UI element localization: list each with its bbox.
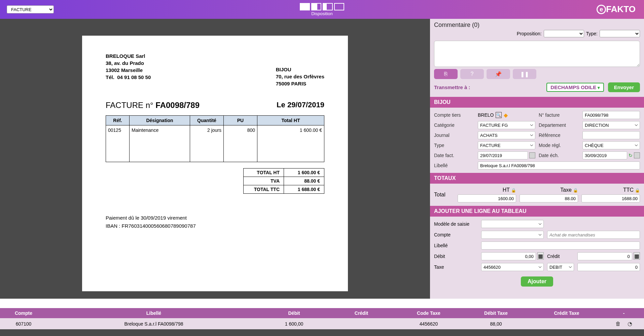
send-button[interactable]: Envoyer	[608, 82, 640, 92]
compte-tiers-label: Compte tiers	[434, 112, 474, 118]
layout-4-icon[interactable]	[334, 3, 344, 10]
document-type-select[interactable]: FACTURE	[7, 5, 54, 13]
disposition-label: Disposition	[300, 11, 344, 16]
num-facture-input[interactable]	[582, 111, 640, 119]
col-actions: -	[604, 308, 644, 318]
col-debit-taxe: Débit Taxe	[462, 308, 530, 318]
invoice-lines-table: Réf. Désignation Quantité PU Total HT 00…	[106, 115, 324, 162]
dc-select[interactable]: DEBIT	[547, 263, 574, 271]
disposition-switcher: Disposition	[300, 3, 344, 16]
proposition-select[interactable]	[544, 30, 584, 37]
col-compte: Compte	[0, 308, 47, 318]
action-help-icon[interactable]: ?	[460, 69, 484, 79]
invoice-document: BRELOQUE Sarl 38, av. du Prado 13002 Mar…	[82, 36, 348, 291]
calendar-icon[interactable]	[634, 152, 640, 158]
categorie-select[interactable]: FACTURE FG	[478, 121, 535, 129]
col-libelle: Libellé	[47, 308, 260, 318]
taxe-select[interactable]: 4456620	[481, 263, 544, 271]
col-code-taxe: Code Taxe	[395, 308, 462, 318]
departement-select[interactable]: DIRECTION	[582, 121, 640, 129]
add-button[interactable]: Ajouter	[521, 276, 553, 287]
total-ht-input[interactable]	[458, 194, 516, 202]
libelle-input[interactable]	[478, 161, 640, 170]
debit-input[interactable]	[481, 252, 536, 260]
comment-header: Commentaire (0)	[430, 19, 644, 30]
col-debit: Débit	[260, 308, 328, 318]
mode-regl-label: Mode régl.	[539, 143, 579, 148]
total-ht-label: HT🔒	[458, 187, 516, 193]
invoice-date: Le 29/07/2019	[277, 101, 324, 110]
layout-3-icon[interactable]	[323, 3, 333, 10]
reference-input[interactable]	[582, 131, 640, 139]
journal-select[interactable]: ACHATS	[478, 131, 535, 139]
compte-label: Compte	[434, 232, 478, 237]
total-taxe-label: Taxe🔒	[520, 187, 578, 193]
vendor-address: BRELOQUE Sarl 38, av. du Prado 13002 Mar…	[106, 52, 151, 87]
reference-label: Référence	[539, 133, 579, 138]
comment-type-label: Type:	[586, 31, 598, 36]
section-totaux-header: TOTAUX	[430, 173, 644, 184]
lock-icon: 🔒	[573, 188, 578, 193]
compte-desc-input[interactable]	[547, 231, 640, 239]
proposition-label: Proposition:	[517, 31, 542, 36]
section-add-header: AJOUTER UNE LIGNE AU TABLEAU	[430, 206, 644, 217]
action-pin-icon[interactable]: 📌	[487, 69, 510, 79]
date-ech-input[interactable]	[582, 151, 627, 159]
type-label: Type	[434, 143, 474, 148]
departement-label: Departement	[539, 122, 579, 128]
top-header: FACTURE Disposition eFAKTO	[0, 0, 644, 19]
comment-textarea[interactable]	[434, 41, 640, 67]
layout-2-icon[interactable]	[311, 3, 321, 10]
entries-table: Compte Libellé Débit Crédit Code Taxe Dé…	[0, 308, 644, 329]
type-select[interactable]: FACTURE	[478, 141, 535, 149]
num-facture-label: N° facture	[539, 112, 579, 118]
document-viewer: BRELOQUE Sarl 38, av. du Prado 13002 Mar…	[0, 19, 430, 299]
transmit-label: Transmettre à :	[434, 84, 470, 90]
layout-1-icon[interactable]	[300, 3, 310, 10]
taxe-label: Taxe	[434, 264, 478, 270]
col-credit: Crédit	[328, 308, 395, 318]
search-icon[interactable]: 🔍	[496, 112, 502, 118]
section-bijou-header: BIJOU	[430, 97, 644, 108]
col-credit-taxe: Crédit Taxe	[530, 308, 604, 318]
invoice-footer: Paiement dû le 30/09/2019 virement IBAN …	[106, 214, 324, 230]
refresh-icon[interactable]: ↻	[629, 153, 633, 158]
mode-regl-select[interactable]: CHÈQUE	[582, 141, 640, 149]
add-libelle-label: Libellé	[434, 243, 478, 248]
lock-icon: 🔒	[511, 188, 516, 193]
date-fact-label: Date fact.	[434, 153, 474, 158]
add-libelle-input[interactable]	[481, 241, 640, 250]
calculator-icon[interactable]: ▦	[537, 252, 544, 260]
customer-address: BIJOU 70, rue des Orfèvres 75009 PARIS	[276, 66, 324, 87]
action-export-icon[interactable]: ⎘	[434, 69, 458, 79]
journal-label: Journal	[434, 133, 474, 138]
trash-icon[interactable]: 🗑	[615, 321, 621, 327]
credit-input[interactable]	[577, 252, 632, 260]
credit-label: Crédit	[547, 254, 574, 259]
compte-tiers-value: BRELO	[478, 112, 494, 118]
total-taxe-input[interactable]	[520, 194, 578, 202]
debit-label: Débit	[434, 254, 478, 259]
date-ech-label: Date éch.	[539, 153, 579, 158]
total-ttc-label: TTC🔒	[581, 187, 640, 193]
comment-type-select[interactable]	[600, 30, 640, 37]
pie-chart-icon[interactable]: ◔	[628, 321, 632, 327]
compte-select[interactable]	[481, 231, 544, 239]
action-pause-icon[interactable]: ❚❚	[513, 69, 536, 79]
modele-label: Modèle de saisie	[434, 221, 478, 227]
date-fact-input[interactable]	[478, 151, 528, 159]
invoice-totals: TOTAL HT1 600.00 € TVA88.00 € TOTAL TTC1…	[243, 168, 324, 194]
right-panel: Commentaire (0) Proposition: Type: ⎘ ? 📌…	[430, 19, 644, 299]
app-logo: eFAKTO	[597, 4, 636, 15]
calculator-icon[interactable]: ▦	[634, 252, 640, 260]
modele-select[interactable]	[481, 220, 544, 228]
categorie-label: Catégorie	[434, 122, 474, 128]
table-row[interactable]: 607100 Breloque S.a.r.l FA0098/798 1 600…	[0, 318, 644, 329]
taxe-amount-input[interactable]	[577, 263, 640, 271]
lock-icon: 🔒	[635, 188, 640, 193]
warning-icon: ◆	[504, 112, 508, 118]
calendar-icon[interactable]	[529, 152, 535, 158]
total-ttc-input[interactable]	[581, 194, 640, 202]
invoice-title: FACTURE n° FA0098/789	[106, 101, 200, 110]
transmit-destination-select[interactable]: DECHAMPS ODILE ▾	[546, 83, 604, 92]
